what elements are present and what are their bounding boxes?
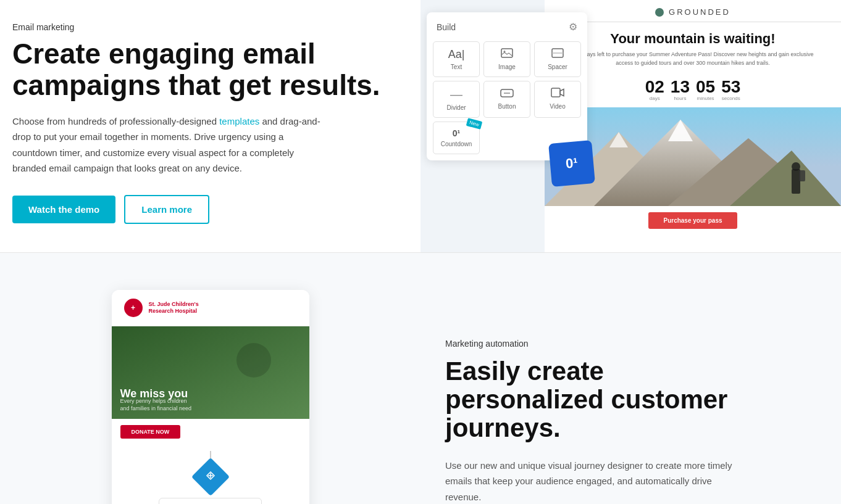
builder-item-video[interactable]: Video [534,81,581,118]
badge-digits: 0¹ [565,156,578,171]
svg-point-18 [236,343,271,378]
countdown-icon: 0¹ [453,128,460,138]
brand-name: GROUNDED [669,7,730,17]
svg-rect-0 [501,49,513,57]
builder-item-countdown[interactable]: New 0¹ Countdown [433,122,480,154]
spacer-label: Spacer [548,64,567,70]
countdown-label: Countdown [441,141,472,147]
brand-icon [655,8,664,17]
countdown-minutes: 05 minutes [696,78,715,101]
image-label: Image [498,64,516,70]
video-label: Video [550,103,565,110]
journey-mockup: + St. Jude Children'sResearch Hospital [112,290,309,504]
divider-icon: — [450,88,462,102]
banner-subtext: Every penny helps childrenand families i… [120,397,192,413]
journey-description: Use our new and unique visual journey de… [445,458,742,504]
svg-rect-16 [799,170,805,181]
divider-label: Divider [446,104,466,111]
decision-diamond [191,458,229,496]
cta-row: Purchase your pass [545,206,841,234]
gear-icon[interactable]: ⚙ [569,21,577,33]
diamond-icon [206,471,215,483]
donate-btn-row: DONATE NOW [112,419,309,445]
cta-buttons: Watch the demo Learn more [12,195,390,224]
email-builder-mockup: Build ⚙ Aa| Text [427,12,587,160]
marketing-label: Marketing automation [445,339,804,349]
builder-item-button[interactable]: Button [483,81,530,118]
button-icon [500,88,514,101]
charity-logo-text: St. Jude Children'sResearch Hospital [149,301,199,315]
countdown-floating-badge: 0¹ [548,140,595,187]
builder-item-spacer[interactable]: Spacer [534,41,581,77]
builder-item-image[interactable]: Image [483,41,530,77]
templates-link[interactable]: templates [219,116,259,126]
builder-grid: Aa| Text Image [433,41,581,154]
builder-item-divider[interactable]: — Divider [433,81,480,118]
description: Choose from hundreds of professionally-d… [12,114,327,176]
watch-demo-button[interactable]: Watch the demo [12,196,115,223]
text-icon: Aa| [448,48,465,61]
spacer-icon [551,48,564,61]
countdown-days: 02 days [645,78,664,101]
countdown-hours: 13 hours [671,78,690,101]
marketing-automation-section: Marketing automation Easily create perso… [420,290,841,504]
mountain-heading: Your mountain is waiting! [545,22,841,51]
section-label: Email marketing [12,22,390,32]
builder-item-text[interactable]: Aa| Text [433,41,480,77]
button-label: Button [498,103,516,110]
countdown-seconds: 53 seconds [721,78,740,101]
mountain-email-preview: GROUNDED Your mountain is waiting! Two d… [545,0,841,252]
mountain-subtext: Two days left to purchase your Summer Ad… [545,51,841,73]
new-badge: New [466,118,483,130]
video-icon [551,88,564,101]
svg-rect-14 [792,169,800,194]
builder-title: Build [437,22,456,32]
charity-banner: We miss you Every penny helps childrenan… [112,326,309,419]
main-heading: Create engaging email campaigns that get… [12,38,390,101]
image-icon [501,48,513,61]
learn-more-button[interactable]: Learn more [124,195,209,224]
charity-header: + St. Jude Children'sResearch Hospital [112,290,309,326]
brand-header: GROUNDED [545,0,841,22]
donate-button[interactable]: DONATE NOW [120,425,181,439]
text-label: Text [451,64,462,70]
charity-logo-icon: + [124,299,143,317]
decision-question: Did they "Donate" again? [159,498,262,504]
svg-point-15 [792,162,800,171]
cta-button[interactable]: Purchase your pass [648,212,737,229]
decision-area: Did they "Donate" again? Yes No [112,445,309,504]
countdown-row: 02 days 13 hours 05 minutes 53 seconds [545,73,841,107]
svg-rect-6 [551,88,560,97]
journey-heading: Easily create personalized customer jour… [445,357,804,443]
